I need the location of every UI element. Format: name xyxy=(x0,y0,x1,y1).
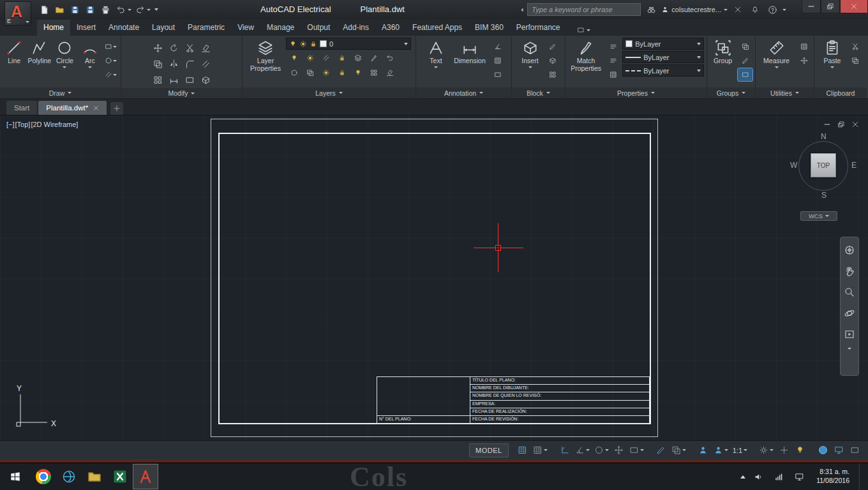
new-file-button[interactable] xyxy=(37,3,51,17)
drawing-minimize-icon[interactable] xyxy=(823,121,831,128)
scale-button[interactable] xyxy=(183,74,197,87)
showmotion-icon[interactable] xyxy=(842,327,857,342)
signin-cluster[interactable]: colsutecrestre... xyxy=(661,6,728,13)
tab-view[interactable]: View xyxy=(231,20,260,36)
layer-select[interactable]: 0 xyxy=(286,38,411,50)
viewcube-east[interactable]: E xyxy=(851,161,857,170)
taskbar-autocad-icon[interactable] xyxy=(133,464,158,489)
qat-customize-arrow-icon[interactable] xyxy=(154,8,158,11)
notifications-icon[interactable] xyxy=(748,3,762,17)
text-button[interactable]: Text xyxy=(423,38,449,68)
snap-mode-toggle[interactable] xyxy=(532,443,549,457)
panel-label-block[interactable]: Block xyxy=(512,87,565,98)
save-button[interactable] xyxy=(68,3,82,17)
group-button[interactable]: Group xyxy=(710,38,736,65)
viewcube-north[interactable]: N xyxy=(821,132,827,141)
ribbon-display-toggle[interactable] xyxy=(573,24,594,36)
fillet-button[interactable] xyxy=(183,58,197,71)
drawing-close-icon[interactable] xyxy=(851,121,859,128)
annotation-monitor-toggle[interactable] xyxy=(777,443,791,457)
tab-manage[interactable]: Manage xyxy=(260,20,301,36)
layer-previous-button[interactable] xyxy=(382,52,397,64)
viewcube-west[interactable]: W xyxy=(790,161,797,170)
tab-a360[interactable]: A360 xyxy=(375,20,406,36)
layer-unisolate-button[interactable] xyxy=(287,66,301,79)
search-input[interactable] xyxy=(527,3,641,16)
visual-style-control[interactable]: [2D Wireframe] xyxy=(31,121,78,128)
layer-merge-button[interactable] xyxy=(366,66,381,79)
close-file-tab-icon[interactable] xyxy=(93,105,99,111)
panel-label-annotation[interactable]: Annotation xyxy=(416,87,511,98)
create-block-button[interactable] xyxy=(546,54,560,67)
exchange-apps-icon[interactable] xyxy=(731,3,745,17)
move-button[interactable] xyxy=(151,42,165,55)
hatch-button[interactable] xyxy=(103,68,118,81)
viewport-menu-control[interactable]: [−] xyxy=(6,121,15,128)
undo-dropdown-arrow-icon[interactable] xyxy=(128,9,131,11)
polyline-button[interactable]: Polyline xyxy=(27,38,51,65)
layer-delete-button[interactable] xyxy=(382,66,397,79)
panel-label-modify[interactable]: Modify xyxy=(121,88,242,98)
layer-off-button[interactable] xyxy=(287,52,301,64)
zoom-icon[interactable] xyxy=(842,285,857,300)
offset-button[interactable] xyxy=(198,58,213,71)
save-as-button[interactable] xyxy=(83,3,97,17)
panel-label-utilities[interactable]: Utilities xyxy=(756,87,814,98)
tray-overflow-icon[interactable] xyxy=(740,475,745,479)
viewcube-south[interactable]: S xyxy=(821,191,827,200)
object-color-select[interactable]: ByLayer xyxy=(622,38,704,50)
edit-attributes-button[interactable] xyxy=(546,40,560,53)
panel-label-clipboard[interactable]: Clipboard xyxy=(814,87,867,98)
panel-label-layers[interactable]: Layers xyxy=(243,87,415,98)
ellipse-button[interactable] xyxy=(103,54,118,67)
view-control[interactable]: [Top] xyxy=(15,121,31,128)
tab-add-ins[interactable]: Add-ins xyxy=(336,20,375,36)
isometric-drafting-toggle[interactable] xyxy=(593,443,610,457)
paste-button[interactable]: Paste xyxy=(819,38,846,68)
tab-parametric[interactable]: Parametric xyxy=(181,20,231,36)
match-properties-button[interactable]: Match Properties xyxy=(568,38,604,72)
layer-properties-button[interactable]: Layer Properties xyxy=(247,38,284,72)
new-drawing-tab-button[interactable] xyxy=(110,102,123,115)
line-button[interactable]: Line xyxy=(3,38,26,65)
start-button[interactable] xyxy=(0,464,31,489)
trim-button[interactable] xyxy=(183,42,197,55)
tab-performance[interactable]: Performance xyxy=(510,20,567,36)
model-space-button[interactable]: MODEL xyxy=(469,443,509,457)
lineweight-select[interactable]: ByLayer xyxy=(622,51,704,63)
graphics-performance-toggle[interactable] xyxy=(816,443,830,457)
close-window-button[interactable] xyxy=(840,0,868,13)
search-icon[interactable] xyxy=(644,3,658,17)
hardware-acceleration-toggle[interactable] xyxy=(832,443,846,457)
layer-on-all-button[interactable] xyxy=(350,66,365,79)
arc-button[interactable]: Arc xyxy=(79,38,101,68)
make-current-layer-button[interactable] xyxy=(350,52,365,64)
navbar-menu-arrow-icon[interactable] xyxy=(848,348,851,350)
group-selection-toggle[interactable] xyxy=(738,68,752,81)
taskbar-clock[interactable]: 8:31 a. m. 11/08/2016 xyxy=(812,468,853,485)
application-menu-button[interactable]: A E xyxy=(4,1,31,26)
linetype-select[interactable]: ByLayer xyxy=(622,64,704,77)
open-file-button[interactable] xyxy=(52,3,66,17)
workspace-switching-button[interactable] xyxy=(758,443,775,457)
orbit-icon[interactable] xyxy=(842,306,857,321)
manage-attributes-button[interactable] xyxy=(546,68,560,81)
restore-window-button[interactable] xyxy=(821,0,840,13)
isolate-objects-toggle[interactable] xyxy=(793,443,807,457)
layer-isolate-button[interactable] xyxy=(303,52,317,64)
tab-insert[interactable]: Insert xyxy=(70,20,102,36)
taskbar-internet-explorer-icon[interactable] xyxy=(56,464,82,489)
panel-label-draw[interactable]: Draw xyxy=(0,87,121,98)
tab-annotate[interactable]: Annotate xyxy=(102,20,146,36)
tab-home[interactable]: Home xyxy=(37,20,70,36)
display-settings-icon[interactable] xyxy=(792,470,807,483)
show-desktop-button[interactable] xyxy=(859,463,864,490)
file-tab-start[interactable]: Start xyxy=(6,101,37,115)
table-button[interactable] xyxy=(490,54,505,67)
network-icon[interactable] xyxy=(772,470,786,483)
cut-button[interactable] xyxy=(848,40,862,53)
copy-button[interactable] xyxy=(151,58,165,71)
redo-dropdown-arrow-icon[interactable] xyxy=(147,9,151,11)
layer-unlock-button[interactable] xyxy=(334,66,349,79)
ortho-mode-toggle[interactable] xyxy=(558,443,572,457)
